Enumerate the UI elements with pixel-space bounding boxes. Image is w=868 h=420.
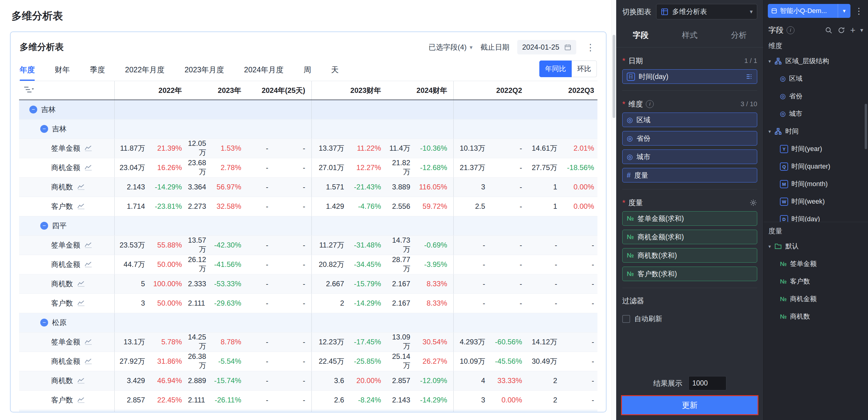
refresh-icon[interactable] xyxy=(837,26,845,34)
field-chip[interactable]: 日时间(day) xyxy=(622,69,757,84)
trend-icon[interactable] xyxy=(85,358,92,364)
tree-item-省份[interactable]: ◎省份 xyxy=(764,88,868,105)
field-chip[interactable]: ◎区域 xyxy=(622,112,757,127)
trend-icon[interactable] xyxy=(77,184,85,190)
tab-周[interactable]: 周 xyxy=(304,65,311,81)
field-chip[interactable]: #度量 xyxy=(622,168,757,183)
scrollbar-thumb[interactable] xyxy=(613,35,615,118)
tree-item-默认[interactable]: ▾默认 xyxy=(764,237,868,255)
tree-item-签单金额[interactable]: №签单金额 xyxy=(764,255,868,272)
tree-item-时间(week)[interactable]: W时间(week) xyxy=(764,193,868,210)
deadline-date-input[interactable]: 2024-01-25 xyxy=(517,40,576,55)
tab-2022年月度[interactable]: 2022年月度 xyxy=(125,65,165,81)
tree-item-城市[interactable]: ◎城市 xyxy=(764,105,868,123)
result-limit-input[interactable] xyxy=(688,376,726,390)
trend-icon[interactable] xyxy=(85,261,92,267)
dimension-tree: ▾区域_层级结构◎区域◎省份◎城市▾时间Y时间(year)Q时间(quarter… xyxy=(764,52,868,222)
tab-2024年月度[interactable]: 2024年月度 xyxy=(244,65,284,81)
field-settings-icon[interactable] xyxy=(745,73,753,80)
table-cell: -- xyxy=(247,352,311,371)
tree-item-客户数[interactable]: №客户数 xyxy=(764,272,868,290)
gear-icon[interactable] xyxy=(749,199,757,207)
config-tab-分析[interactable]: 分析 xyxy=(731,30,747,40)
config-tab-字段[interactable]: 字段 xyxy=(633,30,649,40)
field-chip[interactable]: №客户数(求和) xyxy=(622,267,757,281)
auto-refresh-checkbox[interactable] xyxy=(622,315,630,323)
collapse-icon[interactable]: − xyxy=(40,222,48,230)
sum-field-icon: № xyxy=(627,233,634,240)
group-label: 吉林 xyxy=(41,105,56,115)
selected-fields-dropdown[interactable]: 已选字段(4) ▾ xyxy=(429,42,472,52)
table-cell: 25.14万26.27% xyxy=(387,352,453,371)
tab-财年[interactable]: 财年 xyxy=(55,65,70,81)
chip-label: 城市 xyxy=(637,152,650,162)
collapse-icon[interactable]: − xyxy=(29,106,37,114)
chevron-down-icon[interactable]: ▾ xyxy=(768,58,771,64)
pivot-table: 2022年2023年2024年(25天)2023财年2024财年2022Q220… xyxy=(19,81,597,412)
table-cell: 2.667-15.79% xyxy=(311,274,387,293)
tree-item-商机数[interactable]: №商机数 xyxy=(764,308,868,325)
chevron-down-icon[interactable]: ▾ xyxy=(768,129,771,134)
trend-icon[interactable] xyxy=(77,203,85,209)
config-tab-样式[interactable]: 样式 xyxy=(682,30,698,40)
table-cell: 2.27332.58% xyxy=(188,197,247,216)
field-chip[interactable]: ◎城市 xyxy=(622,150,757,164)
chevron-down-icon[interactable]: ▾ xyxy=(860,27,863,34)
trend-icon[interactable] xyxy=(85,339,92,345)
trend-icon[interactable] xyxy=(77,281,85,287)
field-chip[interactable]: №商机金额(求和) xyxy=(622,230,757,244)
dataset-dropdown-icon[interactable]: ▾ xyxy=(838,4,850,18)
tree-item-时间(month)[interactable]: M时间(month) xyxy=(764,175,868,193)
tree-item-时间(day)[interactable]: D时间(day) xyxy=(764,210,868,222)
yoy-toggle[interactable]: 年同比 xyxy=(539,61,572,77)
compare-toggle-group: 年同比 环比 xyxy=(539,61,597,77)
tree-item-区域_层级结构[interactable]: ▾区域_层级结构 xyxy=(764,52,868,70)
table-cell: 2- xyxy=(528,390,597,410)
chevron-down-icon: ▾ xyxy=(750,8,753,15)
tree-item-时间(year)[interactable]: Y时间(year) xyxy=(764,140,868,158)
table-cell: 2-14.29% xyxy=(311,293,387,313)
table-cell: 12.23万-17.45% xyxy=(311,332,387,352)
month-icon: M xyxy=(780,180,788,188)
tree-scrollbar-thumb[interactable] xyxy=(865,104,867,149)
dimension-section: * 维度 i 3 / 10 ◎区域◎省份◎城市#度量 xyxy=(622,91,757,189)
tree-item-label: 签单金额 xyxy=(790,259,816,268)
update-button[interactable]: 更新 xyxy=(622,396,757,414)
field-chip[interactable]: ◎省份 xyxy=(622,131,757,146)
tree-item-时间(quarter)[interactable]: Q时间(quarter) xyxy=(764,158,868,175)
trend-icon[interactable] xyxy=(85,165,92,171)
table-cell: 2.111-29.63% xyxy=(188,293,247,313)
trend-icon[interactable] xyxy=(77,397,85,403)
trend-icon[interactable] xyxy=(85,145,92,151)
tree-toggle-icon[interactable] xyxy=(23,86,34,94)
hierarchy-icon xyxy=(774,57,782,65)
tab-天[interactable]: 天 xyxy=(331,65,339,81)
more-options-icon[interactable]: ⋮ xyxy=(584,42,597,53)
table-cell: 23.04万16.26% xyxy=(115,158,188,177)
mom-toggle[interactable]: 环比 xyxy=(572,61,597,77)
trend-icon[interactable] xyxy=(85,242,92,248)
field-chip[interactable]: №签单金额(求和) xyxy=(622,211,757,226)
field-chip[interactable]: №商机数(求和) xyxy=(622,248,757,263)
tree-item-区域[interactable]: ◎区域 xyxy=(764,70,868,88)
chevron-down-icon[interactable]: ▾ xyxy=(768,244,771,249)
tab-季度[interactable]: 季度 xyxy=(90,65,105,81)
collapse-icon[interactable]: − xyxy=(40,319,48,326)
search-icon[interactable] xyxy=(825,26,833,34)
required-asterisk: * xyxy=(622,198,625,207)
tab-年度[interactable]: 年度 xyxy=(20,65,35,81)
collapse-icon[interactable]: − xyxy=(40,125,48,133)
tree-item-时间[interactable]: ▾时间 xyxy=(764,123,868,140)
table-cell: 22.45万-25.85% xyxy=(311,352,387,371)
config-body: * 日期 1 / 1 日时间(day) * 维度 i 3 / 10 ◎区域◎省份… xyxy=(616,47,763,372)
metric-label: 商机数 xyxy=(51,376,73,386)
tree-item-商机金额[interactable]: №商机金额 xyxy=(764,290,868,308)
dataset-selector[interactable]: 智能小Q-Dem... ▾ xyxy=(768,4,850,18)
chart-type-select[interactable]: 多维分析表 ▾ xyxy=(656,4,757,19)
trend-icon[interactable] xyxy=(77,300,85,306)
trend-icon[interactable] xyxy=(77,378,85,384)
panel-more-icon[interactable]: ⋮ xyxy=(854,6,864,16)
add-field-icon[interactable]: + xyxy=(850,26,856,35)
table-cell: 5100.00% xyxy=(115,274,188,293)
tab-2023年月度[interactable]: 2023年月度 xyxy=(185,65,224,81)
